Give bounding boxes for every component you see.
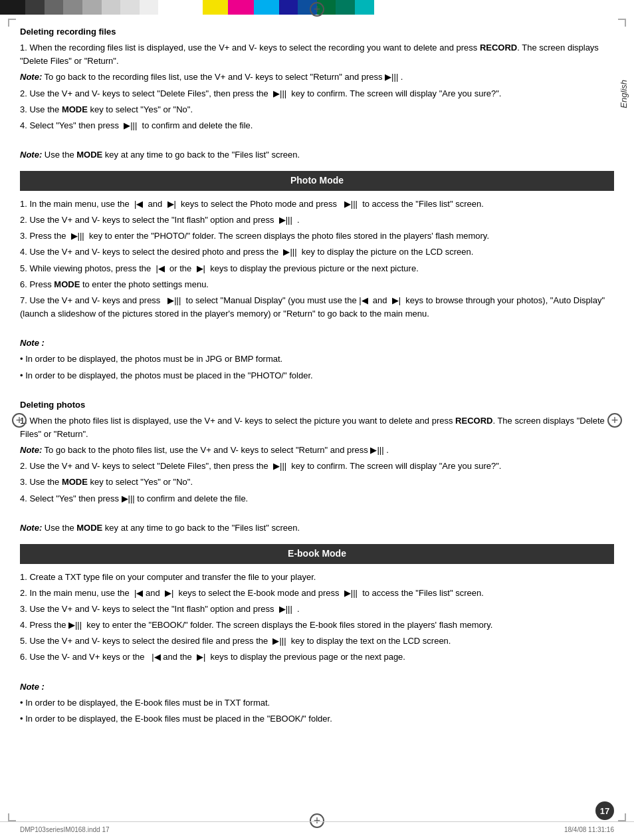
photo-note-2: • In order to be displayed, the photos m…	[20, 369, 614, 382]
ebook-note-label: Note :	[20, 680, 614, 694]
del-rec-step1: 1. When the recording files list is disp…	[20, 41, 614, 68]
ebook-mode-header: E-book Mode	[20, 544, 614, 564]
photo-step7: 7. Use the V+ and V- keys and press ▶|||…	[20, 294, 614, 321]
del-rec-step4: 4. Select "Yes" then press ▶||| to confi…	[20, 119, 614, 132]
photo-step4: 4. Use the V+ and V- keys to select the …	[20, 245, 614, 259]
del-rec-step2: 2. Use the V+ and V- keys to select "Del…	[20, 87, 614, 100]
del-photo-note1: Note: To go back to the photo files list…	[20, 444, 614, 457]
ebook-step5: 5. Use the V+ and V- keys to select the …	[20, 634, 614, 648]
del-photo-step4: 4. Select "Yes" then press ▶||| to confi…	[20, 492, 614, 505]
ebook-step2: 2. In the main menu, use the |◀ and ▶| k…	[20, 587, 614, 600]
photo-note-1: • In order to be displayed, the photos m…	[20, 352, 614, 366]
corner-mark-tl	[8, 19, 16, 27]
photo-step6: 6. Press MODE to enter the photo setting…	[20, 278, 614, 291]
ebook-step6: 6. Use the V- and V+ keys or the |◀ and …	[20, 650, 614, 664]
photo-mode-section: 1. In the main menu, use the |◀ and ▶| k…	[20, 198, 614, 382]
ebook-note-1: • In order to be displayed, the E-book f…	[20, 696, 614, 710]
ebook-step1: 1. Create a TXT type file on your comput…	[20, 571, 614, 584]
crosshair-top	[310, 2, 324, 17]
photo-step1: 1. In the main menu, use the |◀ and ▶| k…	[20, 198, 614, 211]
deleting-recording-title: Deleting recording files	[20, 27, 116, 37]
corner-mark-tr	[618, 19, 626, 27]
del-photo-step2: 2. Use the V+ and V- keys to select "Del…	[20, 460, 614, 473]
corner-mark-br	[618, 813, 626, 821]
footer-right: 18/4/08 11:31:16	[564, 826, 614, 833]
del-photo-note2: Note: Use the MODE key at any time to go…	[20, 521, 614, 535]
ebook-step3: 3. Use the V+ and V- keys to select the …	[20, 603, 614, 616]
del-photo-step1: 1. When the photo files list is displaye…	[20, 414, 614, 441]
ebook-note-2: • In order to be displayed, the E-book f…	[20, 712, 614, 726]
photo-step3: 3. Press the ▶||| key to enter the "PHOT…	[20, 229, 614, 243]
deleting-photos-title: Deleting photos	[20, 400, 85, 410]
footer-left: DMP103seriesIM0168.indd 17	[20, 826, 110, 833]
page-number: 17	[595, 801, 614, 820]
corner-mark-bl	[8, 813, 16, 821]
crosshair-mid-right	[607, 413, 622, 428]
photo-mode-header: Photo Mode	[20, 171, 614, 191]
photo-note-label: Note :	[20, 337, 614, 350]
del-rec-note2: Note: Use the MODE key at any time to go…	[20, 148, 614, 162]
del-rec-note1: Note: To go back to the recording files …	[20, 70, 614, 84]
del-photo-step3: 3. Use the MODE key to select "Yes" or "…	[20, 476, 614, 489]
photo-step5: 5. While viewing photos, press the |◀ or…	[20, 262, 614, 275]
deleting-photos-section: Deleting photos 1. When the photo files …	[20, 398, 614, 535]
photo-step2: 2. Use the V+ and V- keys to select the …	[20, 213, 614, 227]
crosshair-mid-left	[12, 413, 27, 428]
footer: DMP103seriesIM0168.indd 17 18/4/08 11:31…	[0, 821, 634, 833]
ebook-mode-section: 1. Create a TXT type file on your comput…	[20, 571, 614, 726]
side-label: English	[619, 80, 629, 108]
main-content: Deleting recording files 1. When the rec…	[20, 25, 614, 726]
ebook-step4: 4. Press the ▶||| key to enter the "EBOO…	[20, 619, 614, 632]
del-rec-step3: 3. Use the MODE key to select "Yes" or "…	[20, 103, 614, 116]
deleting-recording-section: Deleting recording files 1. When the rec…	[20, 25, 614, 162]
